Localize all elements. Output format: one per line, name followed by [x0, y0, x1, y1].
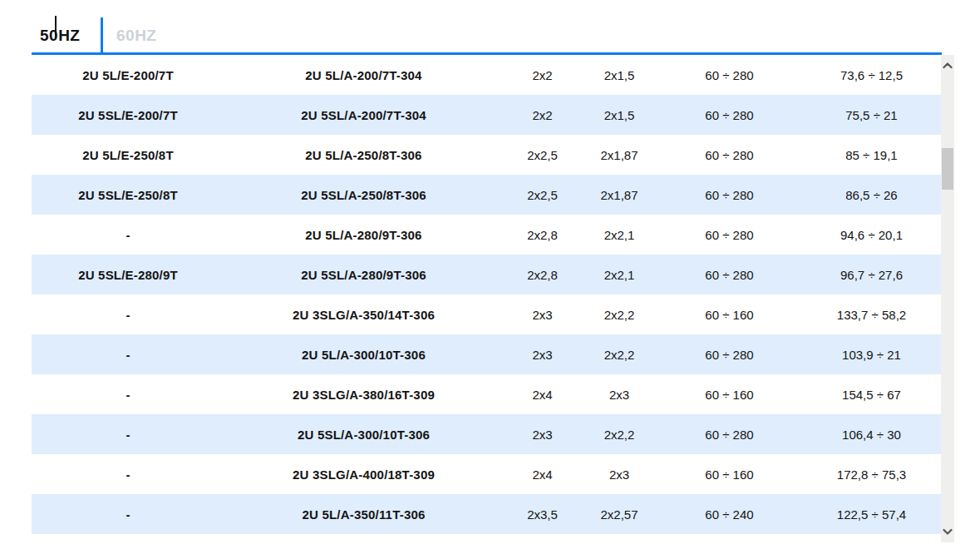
- table-cell: 60 ÷ 280: [657, 95, 802, 135]
- table-row: 2U 5SL/E-200/7T2U 5SL/A-200/7T-3042x22x1…: [32, 95, 941, 135]
- table-cell: 60 ÷ 280: [657, 334, 802, 374]
- table-cell: 2x2,8: [503, 215, 582, 255]
- table-cell: 60 ÷ 280: [657, 255, 802, 294]
- table-cell: 2U 3SLG/A-400/18T-309: [224, 454, 503, 494]
- table-cell: 154,5 ÷ 67: [802, 374, 941, 414]
- table-cell: 2U 5L/A-300/10T-306: [224, 334, 503, 374]
- table-cell: 2x1,5: [582, 95, 657, 135]
- table-cell: 2x2,5: [503, 135, 582, 175]
- table-row: 2U 5SL/E-280/9T2U 5SL/A-280/9T-3062x2,82…: [32, 255, 941, 294]
- table-cell: 2x4: [503, 374, 582, 414]
- table-cell: 2x1,87: [582, 175, 657, 215]
- table-cell: 122,5 ÷ 57,4: [802, 494, 941, 534]
- table-cell: 73,6 ÷ 12,5: [802, 55, 941, 95]
- table-cell: 106,4 ÷ 30: [802, 414, 941, 454]
- tab-50hz-label: 50HZ: [40, 27, 80, 45]
- table-cell: 2x2,1: [582, 215, 657, 255]
- table-cell: 2U 5SL/A-250/8T-306: [224, 175, 503, 215]
- table-cell: 2x2,57: [582, 494, 657, 534]
- scroll-up-button[interactable]: [941, 58, 954, 73]
- table-cell: 60 ÷ 160: [657, 454, 802, 494]
- table-cell: 2U 3SLG/A-380/16T-309: [224, 374, 503, 414]
- table-cell: 2x3: [503, 294, 582, 334]
- table-cell: 172,8 ÷ 75,3: [802, 454, 941, 494]
- table-cell: 2U 5SL/A-300/10T-306: [224, 414, 503, 454]
- table-cell: 2U 5L/E-250/8T: [32, 135, 224, 175]
- scroll-down-button[interactable]: [941, 524, 954, 539]
- page: 50HZ 60HZ 2U 5L/E-200/7T2U 5L/A-200/7T-3…: [0, 0, 980, 554]
- table-cell: 2U 5SL/A-200/7T-304: [224, 95, 503, 135]
- vertical-scrollbar[interactable]: [941, 55, 954, 542]
- table-row: 2U 5SL/E-250/8T2U 5SL/A-250/8T-3062x2,52…: [32, 175, 941, 215]
- table-cell: 2x1,5: [582, 55, 657, 95]
- table-cell: 60 ÷ 280: [657, 175, 802, 215]
- table-cell: 2x1,87: [582, 135, 657, 175]
- table-cell: 2x2: [503, 55, 582, 95]
- table-cell: 2x3,5: [503, 494, 582, 534]
- table-cell: 2U 5L/E-200/7T: [32, 55, 224, 95]
- table-cell: 60 ÷ 160: [657, 374, 802, 414]
- table-row: 2U 5L/E-200/7T2U 5L/A-200/7T-3042x22x1,5…: [32, 55, 941, 95]
- table-cell: 2x3: [582, 374, 657, 414]
- table-cell: 60 ÷ 240: [657, 494, 802, 534]
- table-row: -2U 5SL/A-300/10T-3062x32x2,260 ÷ 280106…: [32, 414, 941, 454]
- text-caret: [55, 16, 57, 37]
- table-cell: -: [32, 215, 224, 255]
- table-row: -2U 5L/A-350/11T-3062x3,52x2,5760 ÷ 2401…: [32, 494, 941, 534]
- table-row: -2U 3SLG/A-380/16T-3092x42x360 ÷ 160154,…: [32, 374, 941, 414]
- tab-60hz[interactable]: 60HZ: [116, 17, 156, 54]
- table-cell: 133,7 ÷ 58,2: [802, 294, 941, 334]
- table-cell: 2U 5L/A-350/11T-306: [224, 494, 503, 534]
- table-cell: 60 ÷ 280: [657, 135, 802, 175]
- table-cell: 2x3: [582, 454, 657, 494]
- table-cell: 96,7 ÷ 27,6: [802, 255, 941, 294]
- table-cell: 2U 5SL/E-200/7T: [32, 95, 224, 135]
- table-cell: 2x2,2: [582, 294, 657, 334]
- table-cell: -: [32, 374, 224, 414]
- table-cell: 2x4: [503, 454, 582, 494]
- scrollbar-thumb[interactable]: [942, 148, 953, 190]
- table-cell: -: [32, 294, 224, 334]
- table-cell: -: [32, 334, 224, 374]
- table-row: -2U 5L/A-300/10T-3062x32x2,260 ÷ 280103,…: [32, 334, 941, 374]
- table-cell: 2x2: [503, 95, 582, 135]
- table-body: 2U 5L/E-200/7T2U 5L/A-200/7T-3042x22x1,5…: [32, 55, 941, 534]
- table-cell: 2x2,8: [503, 255, 582, 294]
- table-cell: 60 ÷ 160: [657, 294, 802, 334]
- table-cell: 75,5 ÷ 21: [802, 95, 941, 135]
- table-row: -2U 5L/A-280/9T-3062x2,82x2,160 ÷ 28094,…: [32, 215, 941, 255]
- table-cell: 2U 5SL/A-280/9T-306: [224, 255, 503, 294]
- spec-table: 2U 5L/E-200/7T2U 5L/A-200/7T-3042x22x1,5…: [32, 55, 941, 534]
- table-cell: 60 ÷ 280: [657, 414, 802, 454]
- table-row: -2U 3SLG/A-350/14T-3062x32x2,260 ÷ 16013…: [32, 294, 941, 334]
- table-cell: 2U 5L/A-280/9T-306: [224, 215, 503, 255]
- table-cell: 2x2,1: [582, 255, 657, 294]
- table-cell: 2x2,2: [582, 414, 657, 454]
- table-row: -2U 3SLG/A-400/18T-3092x42x360 ÷ 160172,…: [32, 454, 941, 494]
- table-cell: 60 ÷ 280: [657, 215, 802, 255]
- table-cell: 94,6 ÷ 20,1: [802, 215, 941, 255]
- table-cell: 2x2,5: [503, 175, 582, 215]
- tab-50hz[interactable]: 50HZ: [40, 17, 80, 54]
- table-cell: 2U 5SL/E-280/9T: [32, 255, 224, 294]
- chevron-up-icon: [943, 62, 953, 69]
- table-cell: -: [32, 414, 224, 454]
- table-row: 2U 5L/E-250/8T2U 5L/A-250/8T-3062x2,52x1…: [32, 135, 941, 175]
- table-cell: 103,9 ÷ 21: [802, 334, 941, 374]
- table-cell: 60 ÷ 280: [657, 55, 802, 95]
- table-cell: -: [32, 454, 224, 494]
- table-cell: 2x3: [503, 414, 582, 454]
- table-cell: -: [32, 494, 224, 534]
- table-cell: 85 ÷ 19,1: [802, 135, 941, 175]
- table-cell: 2x2,2: [582, 334, 657, 374]
- table-cell: 2U 5L/A-250/8T-306: [224, 135, 503, 175]
- frequency-tabbar: 50HZ 60HZ: [0, 0, 980, 55]
- table-cell: 2U 3SLG/A-350/14T-306: [224, 294, 503, 334]
- tab-60hz-label: 60HZ: [116, 27, 156, 45]
- table-cell: 2U 5SL/E-250/8T: [32, 175, 224, 215]
- chevron-down-icon: [943, 528, 953, 535]
- table-cell: 2x3: [503, 334, 582, 374]
- table-cell: 86,5 ÷ 26: [802, 175, 941, 215]
- table-cell: 2U 5L/A-200/7T-304: [224, 55, 503, 95]
- tab-divider: [101, 17, 103, 54]
